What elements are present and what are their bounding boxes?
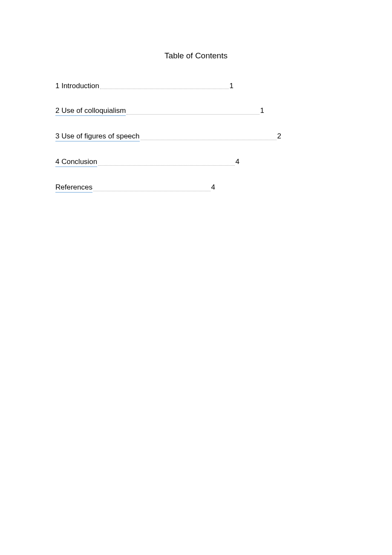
toc-entry: 1 Introduction 1 <box>55 82 233 90</box>
toc-page: 4 <box>236 158 239 166</box>
toc-leader <box>98 165 234 166</box>
toc-label: 2 Use of colloquialism <box>55 106 126 116</box>
toc-leader <box>127 114 259 115</box>
toc-page: 1 <box>230 82 233 90</box>
toc-leader <box>141 140 277 140</box>
toc-page: 4 <box>211 183 215 192</box>
toc-leader <box>93 191 210 191</box>
toc-list: 1 Introduction 1 2 Use of colloquialism … <box>55 82 337 193</box>
toc-label: 3 Use of figures of speech <box>55 132 140 141</box>
toc-page: 2 <box>277 132 281 141</box>
toc-label: References <box>55 183 92 193</box>
toc-entry: 2 Use of colloquialism 1 <box>55 106 264 116</box>
toc-label: 1 Introduction <box>55 82 99 90</box>
toc-entry: 3 Use of figures of speech 2 <box>55 132 281 141</box>
toc-label: 4 Conclusion <box>55 158 97 167</box>
page-title: Table of Contents <box>55 51 337 60</box>
toc-entry: References 4 <box>55 183 215 193</box>
toc-leader <box>100 89 229 89</box>
toc-entry: 4 Conclusion 4 <box>55 158 239 167</box>
toc-page: 1 <box>260 106 264 115</box>
